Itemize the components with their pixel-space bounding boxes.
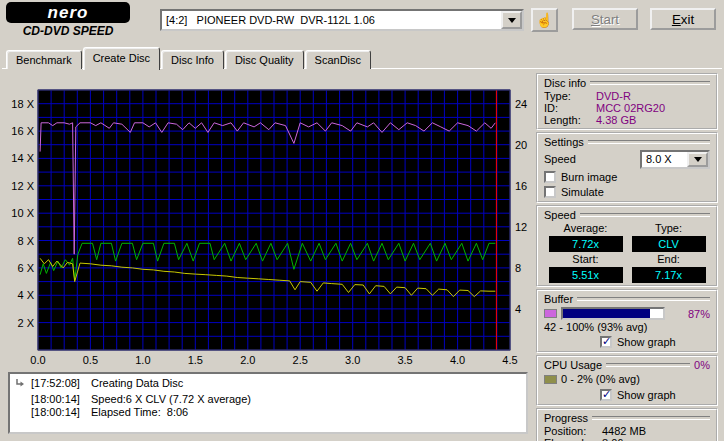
cpu-usage-group: CPU Usage0% 0 - 2% (0% avg) Show graph [536,355,718,406]
log-line: [17:52:08] Creating Data Disc [14,377,522,393]
start-button[interactable]: Start [572,8,638,30]
log-icon-spacer [14,406,31,407]
position-value: 4482 MB [602,425,710,437]
cpu-show-graph-checkbox[interactable] [600,389,612,401]
end-speed-display: 7.17x [632,267,706,283]
divider [606,363,690,367]
group-title: Progress [544,412,592,424]
drive-select[interactable]: [4:2] PIONEER DVD-RW DVR-112L 1.06 [160,9,524,31]
buffer-color-swatch [544,309,557,318]
log-timestamp: [18:00:14] [31,393,91,406]
divider [580,213,710,217]
disc-info-group: Disc info Type:DVD-R ID:MCC 02RG20 Lengt… [536,73,718,130]
status-log[interactable]: [17:52:08] Creating Data Disc [18:00:14]… [8,372,528,434]
divider [577,297,710,301]
svg-text:3.0: 3.0 [345,354,360,366]
buffer-percent: 87% [688,308,710,320]
buffer-group: Buffer 87% 42 - 100% (93% avg) Show grap… [536,289,718,353]
log-line: [18:00:14] Speed:6 X CLV (7.72 X average… [14,393,522,406]
cpu-percent: 0% [690,359,710,371]
speed-select-arrow[interactable] [687,152,708,167]
product-name: CD-DVD SPEED [6,24,130,38]
position-label: Position: [544,425,602,437]
tab-benchmark[interactable]: Benchmark [6,50,82,69]
buffer-bar [561,307,665,320]
svg-text:0.5: 0.5 [83,354,98,366]
tab-create-disc[interactable]: Create Disc [83,47,160,70]
log-timestamp: [17:52:08] [31,377,91,390]
svg-text:8 X: 8 X [17,235,34,247]
speed-select[interactable]: 8.0 X [640,150,710,169]
cpu-show-graph-label: Show graph [617,389,676,401]
svg-text:16: 16 [515,180,527,192]
group-title: Speed [544,209,580,221]
chevron-down-icon [694,157,702,162]
simulate-checkbox[interactable] [544,186,556,198]
tab-disc-info[interactable]: Disc Info [161,50,224,69]
nero-logo: nero CD-DVD SPEED [6,2,130,38]
average-label: Average: [564,222,608,235]
svg-text:4: 4 [515,303,521,315]
svg-text:20: 20 [515,139,527,151]
tab-scandisc[interactable]: ScanDisc [305,50,371,69]
drive-select-arrow[interactable] [501,11,522,29]
svg-text:3.5: 3.5 [397,354,412,366]
nero-brand-badge: nero [6,2,130,23]
log-line: [18:00:14] Elapsed Time: 8:06 [14,406,522,419]
log-message: Creating Data Disc [91,377,183,390]
disc-type-label: Type: [544,90,596,102]
elapsed-label: Elapsed: [544,437,602,441]
svg-text:12 X: 12 X [11,180,34,192]
disc-length-value: 4.38 GB [596,114,710,126]
drive-select-value[interactable]: [4:2] PIONEER DVD-RW DVR-112L 1.06 [162,11,501,29]
svg-text:12: 12 [515,221,527,233]
tab-bar: Benchmark Create Disc Disc Info Disc Qua… [6,47,372,69]
svg-text:0.0: 0.0 [30,354,45,366]
current-action-icon [14,377,31,393]
group-title: CPU Usage [544,359,606,371]
end-label: End: [657,253,680,266]
svg-text:24: 24 [515,98,527,110]
buffer-show-graph-checkbox[interactable] [600,336,612,348]
options-hand-button[interactable]: ☝ [531,8,558,32]
divider [588,140,710,144]
group-title: Buffer [544,293,577,305]
log-message: Speed:6 X CLV (7.72 X average) [91,393,251,406]
start-label: Start: [572,253,598,266]
burn-image-checkbox[interactable] [544,171,556,183]
group-title: Settings [544,136,588,148]
cpu-range: 0 - 2% (0% avg) [561,373,640,386]
exit-button[interactable]: Exit [650,8,716,30]
svg-text:4.5: 4.5 [502,354,517,366]
elapsed-value: 8:06 [602,437,710,441]
buffer-range: 42 - 100% (93% avg) [544,321,710,334]
average-speed-display: 7.72x [549,236,623,252]
svg-text:2.0: 2.0 [240,354,255,366]
tab-disc-quality[interactable]: Disc Quality [225,50,304,69]
svg-text:2 X: 2 X [17,317,34,329]
divider [590,81,710,85]
buffer-show-graph-label: Show graph [617,336,676,348]
svg-text:8: 8 [515,262,521,274]
progress-group: Progress Position:4482 MB Elapsed:8:06 [536,408,718,441]
svg-text:1.5: 1.5 [188,354,203,366]
cpu-color-swatch [544,375,557,384]
svg-text:18 X: 18 X [11,98,34,110]
svg-text:1.0: 1.0 [135,354,150,366]
svg-text:2.5: 2.5 [293,354,308,366]
disc-type-value: DVD-R [596,90,710,102]
start-speed-display: 5.51x [549,267,623,283]
speed-group: Speed Average: Type: 7.72x CLV Start: En… [536,205,718,287]
hand-icon: ☝ [536,12,553,28]
svg-text:10 X: 10 X [11,207,34,219]
right-panel: Disc info Type:DVD-R ID:MCC 02RG20 Lengt… [536,73,718,441]
log-timestamp: [18:00:14] [31,406,91,419]
svg-text:16 X: 16 X [11,125,34,137]
settings-group: Settings Speed 8.0 X Burn image Simulate [536,132,718,203]
divider [592,416,710,420]
speed-select-label: Speed [544,153,576,165]
group-title: Disc info [544,77,590,89]
burn-image-label: Burn image [561,171,617,183]
disc-id-label: ID: [544,102,596,114]
speed-select-value[interactable]: 8.0 X [642,152,687,167]
